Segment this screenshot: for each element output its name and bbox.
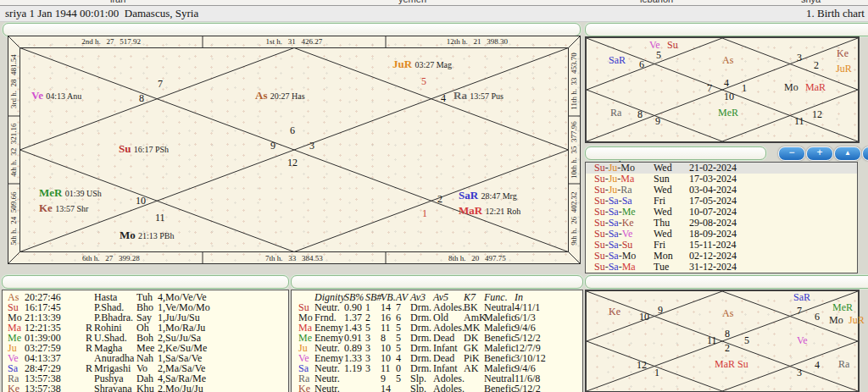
down-button[interactable]: ▼ (862, 146, 868, 161)
dig-cell: Neutr. (314, 384, 340, 392)
cusp-label-2nd-house: 2nd h. 27 517.92 (19, 36, 203, 47)
d10-house-5: 5 (744, 335, 749, 345)
d10-planet-venus: Ve (797, 335, 808, 345)
planet-label-mars: MaR 12:21 Roh (459, 205, 520, 217)
sbp-cell: 1.19 (344, 363, 362, 373)
cusp-label-4th-house: 4th h. 32 321.16 (8, 116, 19, 184)
d9-chart-header[interactable]: D9 Navamsha (spouse) (585, 23, 868, 36)
dasha-lord-su: Su (594, 206, 605, 218)
func-cell: Benefic (484, 384, 515, 392)
positions-table[interactable]: As20:27:46HastaTuh4,Mo/Ve/VeSu16:17:45P.… (2, 290, 289, 392)
snd-cell: Khu (136, 384, 154, 392)
house-number-1: 1 (422, 208, 427, 218)
dasha-lord-me: Me (622, 206, 636, 218)
d9-house-12: 12 (812, 109, 822, 119)
dasha-lord-su: Su (594, 162, 605, 174)
vb-cell: 14 (381, 384, 391, 392)
tab-iran[interactable]: iran (110, 0, 125, 4)
d10-house-10: 10 (639, 312, 649, 322)
d10-house-11: 11 (707, 335, 717, 345)
av3-cell: Slp. (410, 384, 426, 392)
cusp-label-7th-house: 7th h. 33 384.53 (203, 253, 386, 263)
planet-label-rahu: Ra 13:57 Pus (453, 90, 504, 102)
dasha-row[interactable]: Su-Sa-MaTue31-12-2024 (586, 262, 857, 273)
dasha-table[interactable]: Su-Ju-MoWed21-02-2024Su-Ju-MaSun17-03-20… (585, 162, 858, 273)
d10-house-4: 4 (815, 360, 820, 370)
lon-cell: 13:57:38 (25, 384, 61, 392)
dasha-lord-sa: Sa (609, 206, 619, 218)
d10-house-1: 1 (654, 367, 659, 378)
planet-label-jupiter: JuR 03:27 Mag (392, 58, 452, 70)
d9-planet-saturn: SaR (609, 55, 626, 65)
dasha-lord-su: Su (622, 239, 633, 251)
d10-planet-mercury: MeR (832, 302, 853, 312)
up-button[interactable]: ▲ (834, 146, 861, 161)
native-data-text: sriya 1 Jan 1944 00:01:00 Damascus, Syri… (5, 6, 198, 21)
dasha-lord-sa: Sa (609, 228, 619, 240)
planet-label-sun: Su 16:17 PSh (119, 143, 169, 155)
house-number-3: 3 (309, 141, 314, 151)
house-number-7: 7 (158, 79, 163, 89)
d10-planet-mars-sun: MaR Su (715, 359, 748, 369)
positions-header[interactable]: Birth Chart (2, 275, 289, 289)
nak-cell: Shravana (94, 384, 132, 392)
house-number-12: 12 (287, 157, 298, 168)
d10-house-9: 9 (658, 305, 663, 315)
tab-strip: iran yemen lebanon sriya (0, 0, 868, 6)
rasi-chart[interactable]: 2nd h. 27 517.92 1st h. 31 426.27 12th h… (8, 36, 581, 264)
dasha-lord-mo: Mo (622, 250, 637, 262)
cusp-label-5th-house: 5th h. 24 509.66 (8, 185, 19, 252)
dasha-lord-ra: Ra (620, 184, 632, 196)
tab-sriya[interactable]: sriya (801, 0, 821, 4)
av5-cell: Adoles. (433, 384, 465, 392)
d9-house-11: 11 (794, 116, 804, 126)
d10-house-6: 6 (815, 312, 820, 322)
planet-strength-row[interactable]: KeNeutr.14Slp.Adoles.Benefic5/12/2 (292, 384, 582, 392)
title-bar: sriya 1 Jan 1944 00:01:00 Damascus, Syri… (0, 6, 868, 22)
dasha-lord-ju: Ju (609, 184, 618, 196)
house-number-5: 5 (421, 76, 426, 86)
d9-house-5: 5 (656, 50, 661, 60)
main-chart-header[interactable]: Birth Chart (3, 23, 581, 36)
strengths-table[interactable]: DignitySB%SB#VB.AVAv3Av5K7Func.InSuNeutr… (291, 290, 583, 392)
sbn-cell: 3 (365, 363, 370, 373)
r-cell: R (86, 363, 92, 373)
planet-label-mercury: MeR 01:39 USh (39, 187, 102, 199)
cusp-label-1st-house: 1st h. 31 426.27 (203, 36, 386, 47)
d9-chart[interactable]: SaR Ve Su As Ke JuR Mo MaR Ra MeR 6 5 3 … (585, 36, 860, 143)
d10-house-8: 8 (725, 329, 730, 339)
dasha-lord-ju: Ju (609, 173, 618, 185)
d10-house-3: 3 (797, 367, 802, 378)
d9-house-1: 1 (742, 83, 747, 93)
k7-cell: AK (464, 363, 478, 373)
house-number-2: 2 (437, 194, 442, 204)
p-cell: Ke (298, 384, 310, 392)
d10-chart-header[interactable]: D10 Dashamsha (great successes) (585, 275, 868, 289)
dasha-lord-su: Su (594, 217, 605, 229)
dasha-lord-su: Su (594, 261, 605, 273)
ascendant-label: As 20:27 Has (255, 90, 305, 102)
d9-planet-ketu: Ke (837, 48, 849, 58)
d10-planet-jupiter: JuR (849, 315, 865, 325)
d10-chart[interactable]: Ke As SaR MeR Mo JuR Ve MaR Su Ra 10 9 7… (585, 290, 860, 392)
d10-planet-moon: Mo (829, 315, 843, 325)
av-cell: 5 (396, 373, 401, 384)
p-cell: Ke (8, 384, 19, 392)
strengths-header[interactable]: Birth Chart (291, 275, 583, 289)
dasha-lord-su: Su (594, 239, 605, 251)
jhora-app: { "colors":{ "planets":{"su":"#bd2f2f","… (0, 0, 868, 392)
house-number-11: 11 (155, 213, 165, 223)
d9-planet-rahu: Ra (610, 108, 621, 118)
d10-planet-ketu: Ke (609, 306, 620, 317)
tab-lebanon[interactable]: lebanon (640, 0, 673, 4)
tab-yemen[interactable]: yemen (398, 0, 426, 4)
dasha-lord-ke: Ke (622, 217, 634, 229)
planet-position-row[interactable]: Ke13:57:38ShravanaKhu2,Mo/Ju/Ju (3, 384, 288, 392)
minus-button[interactable]: − (778, 146, 805, 161)
d10-chart-lines (587, 291, 858, 391)
dasha-lords: Su-Sa-Ma (594, 262, 654, 273)
d9-house-8: 8 (637, 109, 643, 119)
dasha-lord-su: Su (594, 228, 605, 240)
plus-button[interactable]: + (806, 146, 833, 161)
house-number-8: 8 (139, 93, 144, 103)
